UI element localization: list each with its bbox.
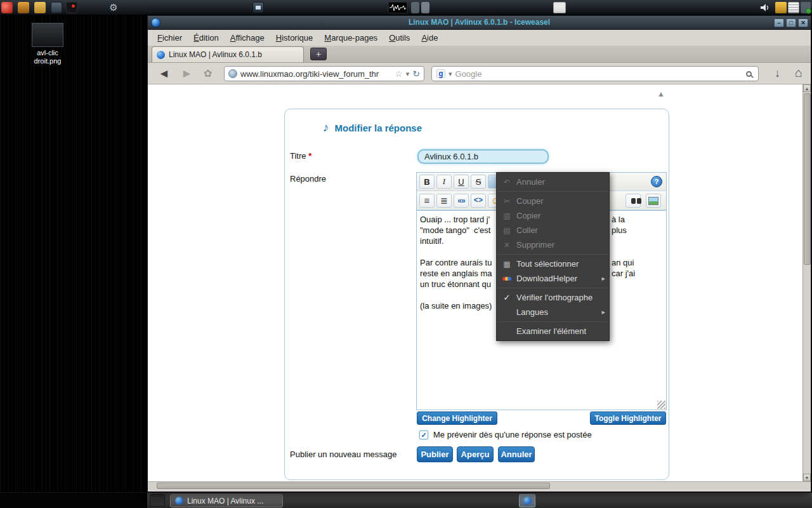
- notify-label: Me prévenir dès qu'une réponse est posté…: [433, 430, 592, 439]
- submenu-arrow-icon: ▸: [601, 308, 605, 316]
- menu-edition[interactable]: Édition: [188, 30, 225, 45]
- underline-button[interactable]: U: [454, 175, 469, 189]
- navigation-toolbar: ◄ ► ✿ www.linuxmao.org/tiki-view_forum_t…: [148, 63, 811, 84]
- window-list-icon[interactable]: [553, 2, 566, 13]
- undo-icon: ↶: [501, 178, 513, 187]
- maximize-button[interactable]: □: [786, 18, 796, 27]
- minimize-button[interactable]: –: [774, 18, 784, 27]
- insert-image-icon[interactable]: [646, 194, 661, 208]
- reload-icon[interactable]: ↻: [412, 69, 420, 79]
- copy-icon: ▥: [501, 211, 513, 220]
- code-icon[interactable]: <>: [471, 194, 486, 208]
- preview-button[interactable]: Aperçu: [457, 446, 494, 462]
- scrollbar-up-arrow[interactable]: ▲: [803, 84, 811, 92]
- italic-button[interactable]: I: [436, 175, 452, 189]
- help-icon[interactable]: ?: [651, 176, 662, 187]
- url-text[interactable]: www.linuxmao.org/tiki-view_forum_thr: [240, 69, 391, 79]
- go-to-top-icon[interactable]: ▲: [657, 90, 665, 98]
- window-titlebar[interactable]: Linux MAO | Avlinux 6.0.1.b - Iceweasel …: [148, 16, 811, 30]
- align-icon[interactable]: ≡: [419, 194, 435, 208]
- globe-icon: [228, 69, 237, 78]
- vertical-scrollbar[interactable]: ▲ ▼: [802, 84, 811, 481]
- url-dropdown-icon[interactable]: ▾: [406, 70, 410, 78]
- downloads-icon[interactable]: ↓: [775, 67, 780, 80]
- google-engine-icon[interactable]: g: [436, 69, 445, 78]
- search-engine-dropdown-icon[interactable]: ▾: [449, 70, 452, 78]
- strikethrough-button[interactable]: S: [471, 175, 486, 189]
- menu-aide[interactable]: Aide: [416, 30, 443, 45]
- new-tab-button[interactable]: +: [310, 48, 327, 60]
- page-content: ▲ ♪ Modifier la réponse Titre * Avlinux …: [148, 84, 811, 481]
- titre-label-row: Titre *: [290, 151, 311, 161]
- context-menu-separator: [497, 321, 608, 322]
- files-launcher-icon[interactable]: [18, 2, 29, 13]
- toggle-highlighter-button[interactable]: Toggle Highlighter: [590, 411, 666, 425]
- list-icon[interactable]: ≣: [436, 194, 452, 208]
- bold-button[interactable]: B: [419, 175, 435, 189]
- find-icon[interactable]: [625, 194, 641, 208]
- settings-gear-icon[interactable]: ⚙: [108, 2, 119, 13]
- tray-icon-1[interactable]: [411, 2, 419, 13]
- browser-window: Linux MAO | Avlinux 6.0.1.b - Iceweasel …: [147, 15, 811, 492]
- recorder-launcher-icon[interactable]: [66, 2, 77, 13]
- keyboard-layout-icon[interactable]: [775, 2, 787, 13]
- menu-historique[interactable]: Historique: [270, 30, 319, 45]
- music-note-icon: ♪: [323, 121, 329, 135]
- horizontal-scrollbar-thumb[interactable]: [157, 483, 550, 489]
- context-menu-item-coller: ▤ Coller: [497, 223, 609, 237]
- context-menu-separator: [497, 288, 608, 288]
- search-icon[interactable]: [746, 71, 752, 77]
- context-menu-separator: [497, 254, 608, 255]
- cancel-button[interactable]: Annuler: [498, 446, 535, 462]
- publish-row-label: Publier un nouveau message: [290, 450, 396, 459]
- notify-checkbox[interactable]: ✓: [419, 431, 428, 439]
- resize-grip[interactable]: [657, 401, 665, 409]
- clipboard-icon[interactable]: [788, 2, 799, 13]
- taskbar-window-label: Linux MAO | Avlinux ...: [187, 497, 263, 505]
- tray-icon-2[interactable]: [421, 2, 429, 13]
- titre-input[interactable]: Avlinux 6.0.1.b: [417, 149, 549, 164]
- quote-icon[interactable]: «»: [454, 194, 469, 208]
- update-tools-icon[interactable]: [801, 2, 811, 13]
- context-menu-item-copier: ▥ Copier: [497, 208, 609, 223]
- search-bar[interactable]: g ▾ Google: [431, 66, 759, 81]
- home-icon[interactable]: ⌂: [795, 65, 802, 80]
- select-all-icon: ▦: [501, 260, 513, 269]
- context-menu-item-examiner-element[interactable]: Examiner l'élément: [497, 324, 609, 338]
- folder-launcher-icon[interactable]: [34, 2, 46, 13]
- back-button[interactable]: ◄: [158, 67, 170, 81]
- taskbar-window-button[interactable]: Linux MAO | Avlinux ...: [170, 494, 283, 507]
- menu-affichage[interactable]: Affichage: [225, 30, 270, 45]
- vertical-scrollbar-thumb[interactable]: [804, 93, 811, 265]
- context-menu-item-downloadhelper[interactable]: DownloadHelper ▸: [497, 271, 609, 286]
- context-menu-item-tout-selectionner[interactable]: ▦ Tout sélectionner: [497, 257, 609, 271]
- context-menu-item-verifier-orthographe[interactable]: ✓ Vérifier l'orthographe: [497, 290, 609, 305]
- context-menu-separator: [497, 191, 608, 192]
- site-flower-icon[interactable]: ✿: [204, 67, 212, 79]
- taskbar-tray-button[interactable]: [519, 494, 535, 507]
- show-desktop-button[interactable]: [150, 494, 165, 507]
- tab-bar: Linux MAO | Avlinux 6.0.1.b +: [148, 46, 811, 63]
- bookmark-star-icon[interactable]: ☆: [395, 69, 403, 79]
- horizontal-scrollbar[interactable]: [148, 481, 811, 490]
- context-menu-item-langues[interactable]: Langues ▸: [497, 305, 609, 319]
- url-bar[interactable]: www.linuxmao.org/tiki-view_forum_thr ☆ ▾…: [224, 66, 424, 81]
- tab-linuxmao[interactable]: Linux MAO | Avlinux 6.0.1.b: [152, 46, 304, 62]
- context-menu-item-supprimer: ✕ Supprimer: [497, 237, 609, 252]
- display-launcher-icon[interactable]: [51, 2, 62, 13]
- audio-scope-icon[interactable]: [388, 2, 407, 13]
- desktop-icon-label-line2: droit.png: [18, 57, 77, 65]
- close-button[interactable]: ✕: [798, 18, 808, 27]
- change-highlighter-button[interactable]: Change Highlighter: [417, 411, 497, 425]
- screenshot-tool-icon[interactable]: [252, 2, 264, 13]
- publish-button[interactable]: Publier: [417, 446, 453, 462]
- menu-fichier[interactable]: Fichier: [152, 30, 188, 45]
- scrollbar-down-arrow[interactable]: ▼: [803, 474, 811, 481]
- volume-icon[interactable]: [759, 2, 770, 13]
- menu-marque-pages[interactable]: Marque-pages: [318, 30, 383, 45]
- search-placeholder[interactable]: Google: [455, 69, 743, 79]
- desktop-icon-avl-clic-droit[interactable]: avl-clic droit.png: [18, 23, 77, 65]
- forward-button[interactable]: ►: [181, 67, 193, 81]
- menu-outils[interactable]: Outils: [383, 30, 416, 45]
- app-launcher-icon[interactable]: [1, 2, 13, 13]
